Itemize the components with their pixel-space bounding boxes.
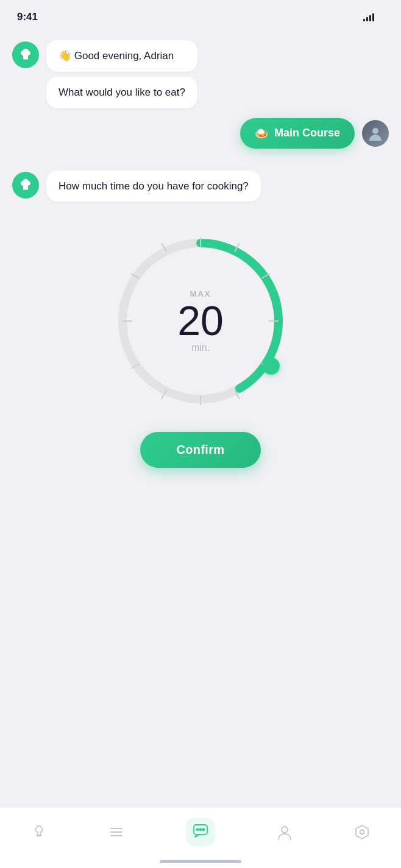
bot-bubble-cooking-time: How much time do you have for cooking? [46, 171, 261, 202]
nav-item-chef[interactable] [23, 819, 55, 845]
timer-center: MAX 20 min. [177, 289, 224, 353]
svg-point-27 [202, 828, 204, 830]
bottom-nav [0, 807, 401, 868]
menu-nav-icon [108, 824, 125, 841]
signal-icon [363, 13, 374, 21]
status-bar: 9:41 [0, 0, 401, 30]
timer-section: MAX 20 min. Confirm [0, 230, 401, 468]
svg-point-25 [196, 828, 198, 830]
nav-item-menu[interactable] [101, 819, 132, 845]
user-avatar [362, 120, 389, 147]
svg-point-26 [199, 828, 201, 830]
user-bubble-emoji: 🍛 [255, 127, 268, 140]
svg-rect-4 [23, 189, 28, 190]
svg-point-3 [372, 128, 378, 134]
home-indicator [160, 860, 241, 863]
bot-message-row-1: 👋 Good evening, Adrian What would you li… [12, 40, 389, 108]
chat-area: 👋 Good evening, Adrian What would you li… [0, 30, 401, 211]
user-bubble-text: Main Course [274, 127, 340, 139]
settings-nav-icon [353, 824, 371, 841]
confirm-button[interactable]: Confirm [140, 432, 261, 468]
bot-bubble-question1: What would you like to eat? [46, 77, 197, 108]
timer-value: 20 [177, 300, 224, 341]
user-silhouette-icon [367, 125, 384, 142]
user-avatar-image [362, 120, 389, 147]
timer-dial[interactable]: MAX 20 min. [109, 230, 292, 412]
bot-messages-1: 👋 Good evening, Adrian What would you li… [46, 40, 197, 108]
nav-item-profile[interactable] [269, 819, 300, 845]
chef-hat-icon [18, 48, 33, 62]
bot-messages-2: How much time do you have for cooking? [46, 171, 261, 202]
bot-message-row-2: How much time do you have for cooking? [12, 171, 389, 202]
bot-bubble-greeting: 👋 Good evening, Adrian [46, 40, 197, 72]
profile-nav-icon [276, 824, 293, 841]
user-message-row: 🍛 Main Course [12, 118, 389, 149]
chat-nav-icon [192, 822, 209, 839]
bot-avatar-2 [12, 172, 39, 199]
user-bubble-main-course[interactable]: 🍛 Main Course [240, 118, 355, 149]
status-time: 9:41 [17, 11, 38, 23]
chef-nav-icon [30, 824, 48, 841]
svg-rect-2 [23, 58, 28, 60]
timer-unit: min. [191, 342, 210, 353]
nav-item-chat[interactable] [179, 813, 222, 852]
status-icons [363, 13, 384, 21]
svg-point-30 [360, 830, 364, 834]
bot-avatar-1 [12, 41, 39, 68]
svg-point-28 [282, 827, 288, 833]
chef-hat-icon-2 [18, 178, 33, 192]
nav-item-settings[interactable] [346, 819, 378, 845]
svg-marker-29 [356, 825, 368, 839]
